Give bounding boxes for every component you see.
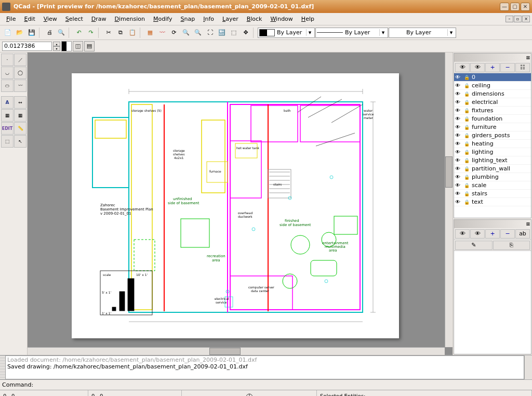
menu-file[interactable]: File bbox=[2, 14, 20, 24]
tool-block-insert[interactable]: ⬚ bbox=[1, 135, 14, 148]
zoom-out-icon[interactable]: 🔍 bbox=[192, 27, 204, 38]
layer-row[interactable]: 👁🔒electrical bbox=[454, 98, 531, 107]
fit-page-icon[interactable]: ▤ bbox=[84, 41, 95, 51]
layer-row[interactable]: 👁🔒fixtures bbox=[454, 107, 531, 115]
drawing-canvas[interactable]: Zahorec Basement Improvement Plan v 2009… bbox=[28, 52, 453, 355]
lock-icon[interactable]: 🔒 bbox=[464, 183, 470, 188]
eye-icon[interactable]: 👁 bbox=[455, 116, 462, 122]
block-add[interactable]: + bbox=[485, 229, 500, 239]
eye-icon[interactable]: 👁 bbox=[455, 133, 462, 138]
grid-toggle-icon[interactable]: ▦ bbox=[144, 27, 156, 38]
lock-icon[interactable]: 🔒 bbox=[464, 83, 470, 88]
lock-icon[interactable]: 🔒 bbox=[464, 100, 470, 105]
linetype-selector[interactable]: By Layer ▾ bbox=[389, 28, 456, 38]
panel-close-icon[interactable]: ⊠ bbox=[526, 221, 530, 227]
lock-icon[interactable]: 🔒 bbox=[464, 141, 470, 147]
panel-close-icon[interactable]: ⊠ bbox=[526, 55, 530, 60]
lock-icon[interactable]: 🔒 bbox=[464, 75, 470, 80]
eye-icon[interactable]: 👁 bbox=[455, 83, 462, 88]
lock-icon[interactable]: 🔒 bbox=[464, 175, 470, 180]
lock-icon[interactable]: 🔒 bbox=[464, 158, 470, 163]
layer-row[interactable]: 👁🔒stairs bbox=[454, 190, 531, 198]
block-list[interactable] bbox=[454, 251, 531, 354]
lock-icon[interactable]: 🔒 bbox=[464, 133, 470, 138]
zoom-prev-icon[interactable]: 🔙 bbox=[216, 27, 228, 38]
layer-row[interactable]: 👁🔒dimensions bbox=[454, 90, 531, 98]
tool-info[interactable]: 📏 bbox=[14, 122, 26, 135]
center-page-icon[interactable]: ◫ bbox=[73, 41, 83, 51]
tool-text[interactable]: A bbox=[1, 96, 14, 109]
bw-toggle-icon[interactable] bbox=[61, 41, 72, 51]
undo-icon[interactable]: ↶ bbox=[73, 27, 85, 38]
eye-icon[interactable]: 👁 bbox=[455, 74, 462, 80]
layer-remove[interactable]: − bbox=[500, 63, 515, 72]
block-remove[interactable]: − bbox=[500, 229, 515, 239]
eye-icon[interactable]: 👁 bbox=[455, 141, 462, 147]
tool-image[interactable]: ▦ bbox=[14, 109, 26, 122]
lock-icon[interactable]: 🔒 bbox=[464, 125, 470, 130]
tool-hatch[interactable]: ▦ bbox=[1, 109, 14, 122]
menu-block[interactable]: Block bbox=[243, 14, 267, 24]
block-edit-icon[interactable]: ✎ bbox=[455, 241, 493, 250]
save-file-icon[interactable]: 💾 bbox=[26, 27, 37, 38]
lock-icon[interactable]: 🔒 bbox=[464, 116, 470, 122]
layer-row[interactable]: 👁🔒partition_wall bbox=[454, 165, 531, 173]
eye-icon[interactable]: 👁 bbox=[455, 149, 462, 155]
eye-icon[interactable]: 👁 bbox=[455, 182, 462, 188]
layer-row[interactable]: 👁🔒lighting_text bbox=[454, 156, 531, 165]
menu-select[interactable]: Select bbox=[61, 14, 87, 24]
layer-show-all[interactable]: 👁 bbox=[455, 63, 470, 72]
zoom-in-icon[interactable]: 🔍 bbox=[180, 27, 192, 38]
paste-icon[interactable]: 📋 bbox=[127, 27, 138, 38]
block-rename[interactable]: ab bbox=[515, 229, 530, 239]
layer-row[interactable]: 👁🔒furniture bbox=[454, 123, 531, 131]
lock-icon[interactable]: 🔒 bbox=[464, 200, 470, 205]
copy-icon[interactable]: ⧉ bbox=[115, 27, 126, 38]
layer-row[interactable]: 👁🔒plumbing bbox=[454, 173, 531, 181]
zoom-auto-icon[interactable]: ⛶ bbox=[204, 27, 216, 38]
maximize-button[interactable]: ▢ bbox=[510, 3, 520, 11]
horizontal-scrollbar[interactable] bbox=[28, 347, 445, 355]
eye-icon[interactable]: 👁 bbox=[455, 124, 462, 130]
lock-icon[interactable]: 🔒 bbox=[464, 108, 470, 113]
tool-edit[interactable]: EDIT bbox=[1, 122, 14, 135]
eye-icon[interactable]: 👁 bbox=[455, 199, 462, 205]
tool-ellipse[interactable]: ⬭ bbox=[1, 80, 14, 92]
menu-edit[interactable]: Edit bbox=[20, 14, 39, 24]
print-icon[interactable]: 🖨 bbox=[44, 27, 55, 38]
menu-modify[interactable]: Modify bbox=[149, 14, 176, 24]
layer-row[interactable]: 👁🔒scale bbox=[454, 181, 531, 190]
menu-help[interactable]: Help bbox=[297, 14, 318, 24]
redo-icon[interactable]: ↷ bbox=[85, 27, 97, 38]
menu-snap[interactable]: Snap bbox=[177, 14, 200, 24]
eye-icon[interactable]: 👁 bbox=[455, 157, 462, 163]
eye-icon[interactable]: 👁 bbox=[455, 166, 462, 171]
mdi-restore[interactable]: ▫ bbox=[514, 16, 522, 22]
layer-row[interactable]: 👁🔒ceiling bbox=[454, 82, 531, 90]
eye-icon[interactable]: 👁 bbox=[455, 108, 462, 113]
tool-line[interactable]: ／ bbox=[14, 54, 26, 66]
lock-icon[interactable]: 🔒 bbox=[464, 166, 470, 171]
layer-row[interactable]: 👁🔒lighting bbox=[454, 148, 531, 156]
cut-icon[interactable]: ✂ bbox=[103, 27, 114, 38]
close-button[interactable]: ✕ bbox=[521, 3, 530, 11]
menu-info[interactable]: Info bbox=[199, 14, 218, 24]
layer-row[interactable]: 👁🔒foundation bbox=[454, 115, 531, 123]
tool-dimension[interactable]: ↔ bbox=[14, 96, 26, 109]
scale-down[interactable]: ▾ bbox=[53, 46, 60, 51]
block-show-all[interactable]: 👁 bbox=[455, 229, 470, 239]
lock-icon[interactable]: 🔒 bbox=[464, 191, 470, 196]
menu-layer[interactable]: Layer bbox=[218, 14, 243, 24]
vertical-scrollbar[interactable] bbox=[445, 52, 453, 347]
zoom-window-icon[interactable]: ⬚ bbox=[228, 27, 240, 38]
menu-view[interactable]: View bbox=[39, 14, 61, 24]
new-file-icon[interactable]: 📄 bbox=[2, 27, 14, 38]
tool-polyline[interactable]: 〰 bbox=[14, 80, 26, 92]
layer-edit[interactable]: ☷ bbox=[515, 63, 530, 72]
log-scrollbar[interactable] bbox=[524, 355, 532, 379]
layer-row[interactable]: 👁🔒girders_posts bbox=[454, 131, 531, 140]
lock-icon[interactable]: 🔒 bbox=[464, 91, 470, 97]
menu-draw[interactable]: Draw bbox=[87, 14, 111, 24]
scale-input[interactable] bbox=[2, 42, 52, 51]
layer-add[interactable]: + bbox=[485, 63, 500, 72]
